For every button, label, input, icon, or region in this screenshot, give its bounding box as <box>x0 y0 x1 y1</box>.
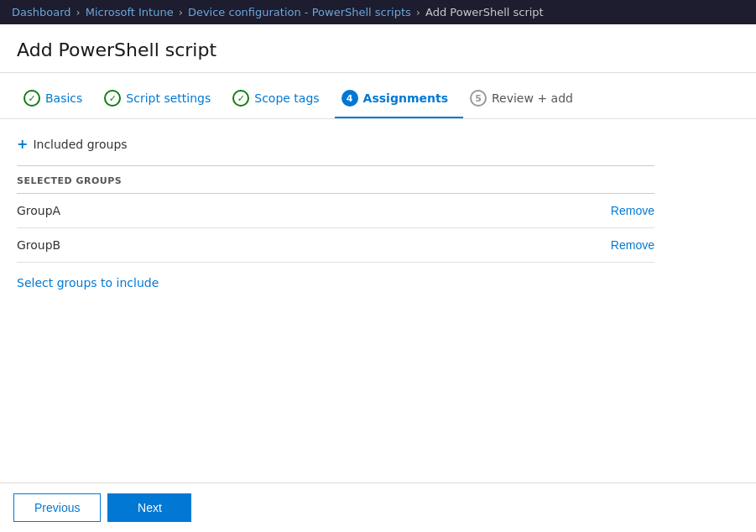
tab-scope-tags[interactable]: Scope tags <box>226 81 334 118</box>
breadcrumb: Dashboard › Microsoft Intune › Device co… <box>0 0 756 24</box>
bottom-bar: Previous Next <box>0 482 756 532</box>
tab-script-settings[interactable]: Script settings <box>97 81 226 118</box>
expand-icon: + <box>17 136 28 152</box>
tab-scope-tags-label: Scope tags <box>254 91 319 105</box>
tab-script-settings-badge <box>104 90 121 107</box>
groups-table-header: SELECTED GROUPS <box>17 165 654 194</box>
tab-review-add-badge: 5 <box>470 90 487 107</box>
select-groups-link[interactable]: Select groups to include <box>17 276 159 289</box>
tab-review-add-label: Review + add <box>492 91 573 105</box>
breadcrumb-intune[interactable]: Microsoft Intune <box>86 6 174 18</box>
group-name-a: GroupA <box>17 204 60 217</box>
remove-group-a-button[interactable]: Remove <box>611 204 654 217</box>
included-groups-label: Included groups <box>33 138 127 151</box>
next-button[interactable]: Next <box>107 493 191 522</box>
breadcrumb-sep-2: › <box>179 6 183 18</box>
tab-assignments[interactable]: 4 Assignments <box>335 81 463 118</box>
title-divider <box>0 72 756 73</box>
selected-groups-column-header: SELECTED GROUPS <box>17 175 122 186</box>
table-row: GroupA Remove <box>17 194 654 228</box>
groups-table: SELECTED GROUPS GroupA Remove GroupB Rem… <box>17 165 654 263</box>
page-title-area: Add PowerShell script <box>0 24 756 69</box>
tab-basics-badge <box>23 90 40 107</box>
tab-basics[interactable]: Basics <box>17 81 97 118</box>
previous-button[interactable]: Previous <box>13 493 101 522</box>
tab-assignments-label: Assignments <box>363 91 448 105</box>
breadcrumb-dashboard[interactable]: Dashboard <box>12 6 71 18</box>
tab-script-settings-label: Script settings <box>126 91 211 105</box>
content-area: + Included groups SELECTED GROUPS GroupA… <box>0 119 756 306</box>
wizard-tabs: Basics Script settings Scope tags 4 Assi… <box>0 81 756 118</box>
breadcrumb-device-config[interactable]: Device configuration - PowerShell script… <box>188 6 411 18</box>
included-groups-toggle[interactable]: + Included groups <box>17 136 739 152</box>
tab-scope-tags-badge <box>232 90 249 107</box>
tab-review-add[interactable]: 5 Review + add <box>463 81 588 118</box>
table-row: GroupB Remove <box>17 228 654 263</box>
page-title: Add PowerShell script <box>17 39 739 60</box>
group-name-b: GroupB <box>17 238 60 252</box>
breadcrumb-sep-3: › <box>416 6 420 18</box>
breadcrumb-current: Add PowerShell script <box>425 6 544 18</box>
tab-assignments-badge: 4 <box>342 90 358 107</box>
tab-basics-label: Basics <box>45 91 82 105</box>
remove-group-b-button[interactable]: Remove <box>611 238 654 252</box>
breadcrumb-sep-1: › <box>76 6 81 18</box>
